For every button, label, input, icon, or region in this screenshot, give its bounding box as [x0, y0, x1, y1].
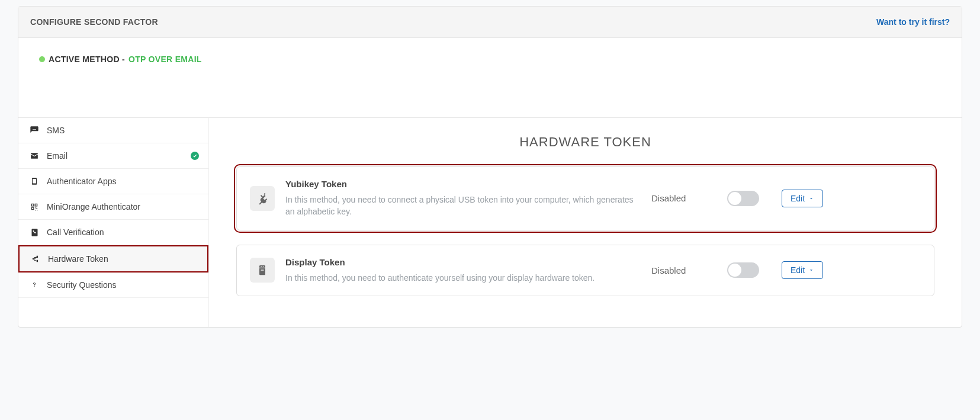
body-row: SMS Email Authenticator Apps — [18, 118, 962, 327]
sidebar-item-auth-apps[interactable]: Authenticator Apps — [18, 169, 208, 194]
enable-toggle[interactable] — [727, 262, 759, 278]
sidebar-item-call[interactable]: Call Verification — [18, 220, 208, 245]
toggle-knob — [728, 264, 741, 277]
try-first-link[interactable]: Want to try it first? — [876, 17, 950, 27]
question-icon — [29, 280, 40, 290]
qr-icon — [29, 202, 40, 211]
edit-button-label: Edit — [791, 265, 805, 275]
active-method-prefix: ACTIVE METHOD - — [49, 54, 125, 64]
sidebar: SMS Email Authenticator Apps — [18, 118, 209, 327]
edit-button-label: Edit — [791, 194, 805, 203]
sidebar-item-label: Hardware Token — [48, 254, 108, 264]
status-label: Disabled — [651, 193, 693, 203]
plug-icon — [250, 186, 275, 211]
check-icon — [191, 152, 199, 160]
token-card-display: Display Token In this method, you need t… — [236, 245, 934, 296]
edit-button[interactable]: Edit — [782, 261, 823, 279]
phone-icon — [29, 177, 40, 186]
call-icon — [29, 227, 40, 237]
card-description: In this method, you need to authenticate… — [285, 272, 641, 284]
token-card-yubikey: Yubikey Token In this method, you need t… — [236, 166, 934, 230]
sidebar-item-label: Authenticator Apps — [47, 177, 117, 186]
device-icon — [250, 258, 275, 283]
card-title: Yubikey Token — [285, 179, 641, 189]
active-method-row: ACTIVE METHOD - OTP OVER EMAIL — [39, 54, 941, 64]
sidebar-item-label: Security Questions — [47, 280, 117, 290]
main-content: HARDWARE TOKEN Yubikey Token In this met… — [209, 118, 962, 327]
email-icon — [29, 151, 40, 161]
status-label: Disabled — [651, 265, 693, 275]
sidebar-item-security-questions[interactable]: Security Questions — [18, 272, 208, 298]
toggle-knob — [728, 192, 741, 205]
active-method-value: OTP OVER EMAIL — [128, 54, 202, 64]
sidebar-item-label: MiniOrange Authenticator — [47, 202, 140, 211]
sidebar-item-sms[interactable]: SMS — [18, 118, 208, 143]
active-method-section: ACTIVE METHOD - OTP OVER EMAIL — [18, 38, 962, 118]
sidebar-item-hardware-token[interactable]: Hardware Token — [18, 245, 208, 272]
sidebar-item-email[interactable]: Email — [18, 143, 208, 169]
sms-icon — [29, 126, 40, 135]
sidebar-item-miniorange[interactable]: MiniOrange Authenticator — [18, 194, 208, 220]
sidebar-item-label: Call Verification — [47, 227, 104, 237]
usb-icon — [30, 254, 41, 264]
sidebar-item-label: Email — [47, 151, 68, 161]
main-title: HARDWARE TOKEN — [236, 134, 934, 150]
card-text: Display Token In this method, you need t… — [285, 257, 641, 284]
sidebar-item-label: SMS — [47, 126, 65, 135]
panel-header: CONFIGURE SECOND FACTOR Want to try it f… — [18, 7, 962, 38]
edit-button[interactable]: Edit — [782, 190, 823, 207]
chevron-down-icon — [808, 267, 814, 273]
card-description: In this method, you need to connect a ph… — [285, 194, 641, 218]
card-text: Yubikey Token In this method, you need t… — [285, 179, 641, 218]
enable-toggle[interactable] — [727, 191, 759, 206]
status-dot-icon — [39, 56, 45, 62]
chevron-down-icon — [808, 195, 814, 201]
panel-title: CONFIGURE SECOND FACTOR — [30, 17, 158, 27]
card-title: Display Token — [285, 257, 641, 267]
settings-panel: CONFIGURE SECOND FACTOR Want to try it f… — [18, 6, 962, 328]
